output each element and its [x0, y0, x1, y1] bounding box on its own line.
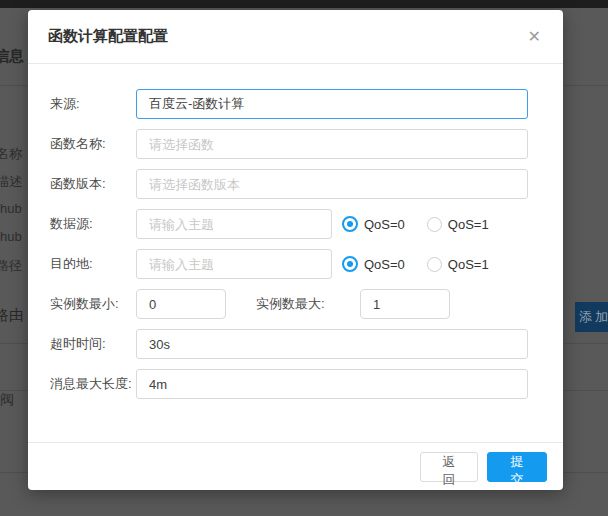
- dialog-title: 函数计算配置配置: [48, 27, 168, 46]
- function-compute-config-dialog: 函数计算配置配置 ✕ 来源: 函数名称: 函数版本: 数据源: QoS=0: [28, 10, 563, 490]
- dialog-header: 函数计算配置配置 ✕: [28, 10, 563, 64]
- form-row-data-source: 数据源: QoS=0 QoS=1: [50, 209, 528, 239]
- dialog-body: 来源: 函数名称: 函数版本: 数据源: QoS=0 QoS=1: [28, 64, 563, 399]
- function-version-label: 函数版本:: [50, 175, 136, 193]
- form-row-instances: 实例数最小: 实例数最大:: [50, 289, 528, 319]
- form-row-destination: 目的地: QoS=0 QoS=1: [50, 249, 528, 279]
- background-label-hub: hub: [0, 229, 22, 244]
- radio-selected-icon: [342, 256, 358, 272]
- data-source-qos1-radio[interactable]: QoS=1: [427, 217, 489, 232]
- form-row-function-name: 函数名称:: [50, 129, 528, 159]
- form-row-source: 来源:: [50, 89, 528, 119]
- background-label-name: 名称: [0, 145, 22, 163]
- submit-button[interactable]: 提交: [487, 452, 547, 482]
- data-source-qos-group: QoS=0 QoS=1: [342, 216, 511, 232]
- function-name-input[interactable]: [136, 129, 528, 159]
- max-instances-input[interactable]: [360, 289, 450, 319]
- data-source-qos0-radio[interactable]: QoS=0: [342, 216, 405, 232]
- radio-unselected-icon: [427, 257, 442, 272]
- close-icon[interactable]: ✕: [526, 27, 543, 47]
- form-row-max-message-length: 消息最大长度:: [50, 369, 528, 399]
- timeout-label: 超时时间:: [50, 335, 136, 353]
- page-top-navbar: [0, 0, 608, 8]
- timeout-input[interactable]: [136, 329, 528, 359]
- destination-qos0-radio[interactable]: QoS=0: [342, 256, 405, 272]
- data-source-topic-input[interactable]: [136, 209, 332, 239]
- source-input[interactable]: [136, 89, 528, 119]
- form-row-timeout: 超时时间:: [50, 329, 528, 359]
- destination-qos1-radio[interactable]: QoS=1: [427, 257, 489, 272]
- add-button[interactable]: 添加: [575, 302, 608, 332]
- source-label: 来源:: [50, 95, 136, 113]
- max-instances-label: 实例数最大:: [256, 295, 360, 313]
- destination-topic-input[interactable]: [136, 249, 332, 279]
- max-message-length-input[interactable]: [136, 369, 528, 399]
- max-message-length-label: 消息最大长度:: [50, 375, 136, 393]
- qos1-label: QoS=1: [448, 257, 489, 272]
- qos0-label: QoS=0: [364, 257, 405, 272]
- background-label-path: 路径: [0, 257, 22, 275]
- background-label-valve: 阀: [0, 391, 14, 409]
- qos0-label: QoS=0: [364, 217, 405, 232]
- background-section-title-route: 路由: [0, 306, 24, 325]
- qos1-label: QoS=1: [448, 217, 489, 232]
- form-row-function-version: 函数版本:: [50, 169, 528, 199]
- radio-selected-icon: [342, 216, 358, 232]
- background-label-description: 描述: [0, 173, 22, 191]
- background-label-hub: hub: [0, 201, 22, 216]
- function-name-label: 函数名称:: [50, 135, 136, 153]
- back-button[interactable]: 返回: [420, 452, 478, 482]
- min-instances-input[interactable]: [136, 289, 226, 319]
- radio-unselected-icon: [427, 217, 442, 232]
- dialog-footer: 返回 提交: [28, 442, 563, 490]
- data-source-label: 数据源:: [50, 215, 136, 233]
- background-section-title-info: 信息: [0, 47, 24, 66]
- min-instances-label: 实例数最小:: [50, 295, 136, 313]
- destination-qos-group: QoS=0 QoS=1: [342, 256, 511, 272]
- destination-label: 目的地:: [50, 255, 136, 273]
- function-version-input[interactable]: [136, 169, 528, 199]
